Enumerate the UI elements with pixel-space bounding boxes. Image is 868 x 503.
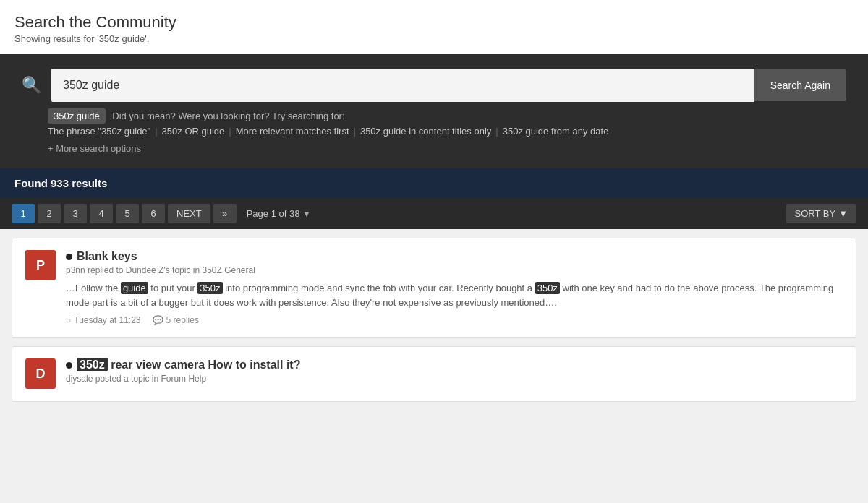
- suggestion-phrase[interactable]: The phrase "350z guide": [48, 126, 150, 137]
- suggestion-relevant[interactable]: More relevant matches first: [236, 126, 349, 137]
- sort-by-label: SORT BY: [795, 208, 836, 219]
- result-title: Blank keys: [66, 250, 843, 263]
- sort-by-button[interactable]: SORT BY ▼: [786, 204, 856, 223]
- result-forum: Forum Help: [161, 374, 206, 384]
- replies-icon: 💬: [153, 315, 163, 325]
- result-card-inner: D 350z rear view camera How to install i…: [25, 358, 843, 390]
- result-footer: ○ Tuesday at 11:23 💬 5 replies: [66, 315, 843, 325]
- result-replies: 5 replies: [166, 315, 199, 325]
- sort-by-chevron: ▼: [838, 208, 848, 219]
- page-subtitle: Showing results for '350z guide'.: [14, 33, 854, 44]
- page-btn-next[interactable]: NEXT: [168, 204, 210, 223]
- page-btn-2[interactable]: 2: [38, 204, 61, 223]
- suggestion-intro: 350z guide Did you mean? Were you lookin…: [48, 111, 345, 121]
- result-card-inner: P Blank keys p3nn replied to Dundee Z's …: [25, 250, 843, 325]
- page-dropdown-icon: ▼: [302, 210, 310, 218]
- highlight-guide: guide: [121, 282, 148, 294]
- result-body: Blank keys p3nn replied to Dundee Z's to…: [66, 250, 843, 325]
- result-title-link[interactable]: Blank keys: [77, 250, 137, 263]
- result-timestamp: Tuesday at 11:23: [74, 315, 140, 325]
- page-btn-double-chevron[interactable]: »: [213, 204, 237, 223]
- avatar: D: [25, 358, 56, 389]
- try-searching-label: Did you mean? Were you looking for? Try …: [112, 111, 344, 121]
- page-btn-1[interactable]: 1: [12, 204, 35, 223]
- result-replies-item: 💬 5 replies: [153, 315, 199, 325]
- result-timestamp-item: ○ Tuesday at 11:23: [66, 315, 141, 325]
- page-header: Search the Community Showing results for…: [0, 0, 868, 54]
- result-excerpt: …Follow the guide to put your 350z into …: [66, 281, 843, 309]
- page-btn-6[interactable]: 6: [142, 204, 165, 223]
- pagination-left: 1 2 3 4 5 6 NEXT » Page 1 of 38 ▼: [12, 204, 310, 223]
- result-card: P Blank keys p3nn replied to Dundee Z's …: [12, 238, 856, 338]
- result-author: diysale: [66, 374, 93, 384]
- highlight-350z-2: 350z: [535, 282, 560, 294]
- more-options-row: + More search options: [48, 142, 846, 154]
- result-card: D 350z rear view camera How to install i…: [12, 346, 856, 402]
- page-info-text: Page 1 of 38: [247, 208, 300, 219]
- page-btn-3[interactable]: 3: [64, 204, 87, 223]
- results-header: Found 933 results: [0, 168, 868, 198]
- more-search-options-link[interactable]: + More search options: [48, 143, 141, 154]
- result-title-link[interactable]: 350z rear view camera How to install it?: [77, 358, 300, 371]
- page-title: Search the Community: [14, 13, 854, 32]
- search-input[interactable]: [51, 69, 754, 102]
- title-highlight-350z: 350z: [77, 358, 108, 371]
- result-meta: diysale posted a topic in Forum Help: [66, 374, 843, 384]
- online-indicator: [66, 254, 72, 260]
- result-meta: p3nn replied to Dundee Z's topic in 350Z…: [66, 265, 843, 275]
- suggestion-or[interactable]: 350z OR guide: [162, 126, 225, 137]
- avatar: P: [25, 250, 56, 280]
- search-section: 🔍 Search Again 350z guide Did you mean? …: [0, 54, 868, 168]
- search-icon: 🔍: [22, 76, 41, 95]
- result-topic-author: Dundee Z's: [126, 265, 170, 275]
- results-list: P Blank keys p3nn replied to Dundee Z's …: [0, 229, 868, 410]
- result-forum: 350Z General: [202, 265, 255, 275]
- result-title: 350z rear view camera How to install it?: [66, 358, 843, 371]
- pagination-bar: 1 2 3 4 5 6 NEXT » Page 1 of 38 ▼ SORT B…: [0, 198, 868, 229]
- result-body: 350z rear view camera How to install it?…: [66, 358, 843, 390]
- suggestion-links-row: The phrase "350z guide" | 350z OR guide …: [48, 126, 846, 137]
- suggestion-titles-only[interactable]: 350z guide in content titles only: [360, 126, 491, 137]
- search-again-button[interactable]: Search Again: [754, 69, 846, 101]
- current-search-tag: 350z guide: [48, 108, 106, 124]
- suggestion-any-date[interactable]: 350z guide from any date: [503, 126, 609, 137]
- page-btn-5[interactable]: 5: [116, 204, 139, 223]
- results-count: Found 933 results: [14, 177, 107, 189]
- page-info: Page 1 of 38 ▼: [247, 208, 311, 219]
- search-input-row: 🔍 Search Again: [22, 69, 846, 102]
- page-btn-4[interactable]: 4: [90, 204, 113, 223]
- clock-icon: ○: [66, 315, 71, 325]
- result-author: p3nn: [66, 265, 85, 275]
- search-suggestions: 350z guide Did you mean? Were you lookin…: [48, 111, 846, 137]
- highlight-350z-1: 350z: [197, 282, 222, 294]
- online-indicator: [66, 362, 72, 369]
